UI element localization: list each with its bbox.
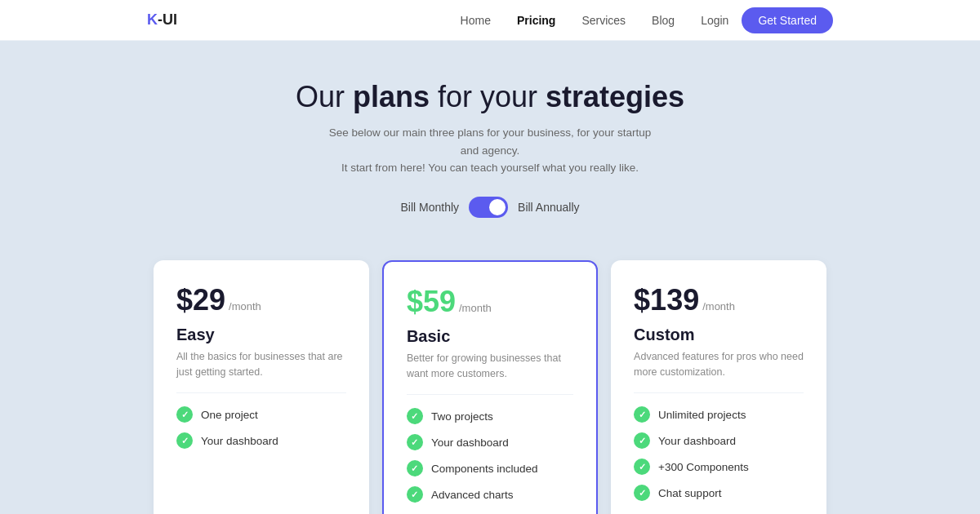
check-icon: [176, 432, 193, 449]
list-item: Unlimited projects: [634, 406, 804, 423]
basic-price-row: $59 /month: [407, 285, 573, 319]
billing-toggle-switch[interactable]: [469, 197, 508, 218]
get-started-button[interactable]: Get Started: [742, 7, 833, 33]
basic-plan-desc: Better for growing businesses that want …: [407, 351, 573, 396]
feature-label: Two projects: [431, 410, 493, 423]
nav-home[interactable]: Home: [461, 14, 491, 27]
headline-pre: Our: [296, 80, 353, 113]
feature-label: Your dashboard: [658, 435, 736, 447]
navbar: K-UI Home Pricing Services Blog Login Ge…: [0, 0, 980, 41]
check-icon: [176, 406, 193, 423]
custom-plan-name: Custom: [634, 326, 804, 344]
billing-toggle: Bill Monthly Bill Annually: [16, 197, 964, 218]
easy-plan-desc: All the basics for businesses that are j…: [176, 349, 346, 394]
feature-label: Your dashboard: [201, 435, 278, 447]
check-icon: [407, 460, 423, 476]
easy-price-row: $29 /month: [176, 283, 346, 317]
basic-plan-name: Basic: [407, 327, 573, 346]
easy-price: $29: [176, 283, 225, 317]
check-icon: [634, 406, 650, 423]
bill-annually-label: Bill Annually: [518, 201, 580, 214]
login-button[interactable]: Login: [701, 14, 728, 27]
hero-section: Our plans for your strategies See below …: [0, 41, 980, 260]
logo-k: K: [147, 11, 158, 28]
list-item: +300 Components: [634, 459, 804, 475]
feature-label: Chat support: [658, 487, 721, 499]
headline-mid: for your: [430, 80, 546, 113]
easy-period: /month: [229, 300, 261, 312]
check-icon: [634, 485, 650, 501]
hero-subtitle: See below our main three plans for your …: [318, 124, 662, 177]
custom-plan-desc: Advanced features for pros who need more…: [634, 349, 804, 394]
list-item: Your dashboard: [634, 432, 804, 449]
list-item: One project: [176, 406, 346, 423]
plan-custom-card: $139 /month Custom Advanced features for…: [611, 260, 826, 514]
list-item: Two projects: [407, 408, 573, 424]
list-item: Components included: [407, 460, 573, 476]
feature-label: Unlimited projects: [658, 409, 746, 421]
headline-strategies: strategies: [546, 80, 684, 113]
custom-price-row: $139 /month: [634, 283, 804, 317]
easy-features: One project Your dashboard: [176, 406, 346, 503]
feature-label: +300 Components: [658, 461, 749, 473]
pricing-cards: $29 /month Easy All the basics for busin…: [0, 260, 980, 514]
custom-features: Unlimited projects Your dashboard +300 C…: [634, 406, 804, 503]
list-item: Advanced charts: [407, 486, 573, 503]
plan-basic-card: $59 /month Basic Better for growing busi…: [382, 260, 598, 514]
list-item: Chat support: [634, 485, 804, 501]
logo[interactable]: K-UI: [147, 11, 177, 29]
nav-pricing[interactable]: Pricing: [517, 14, 555, 27]
bill-monthly-label: Bill Monthly: [400, 201, 459, 214]
basic-price: $59: [407, 285, 456, 319]
nav-actions: Login Get Started: [701, 7, 833, 33]
nav-links: Home Pricing Services Blog: [461, 14, 675, 27]
check-icon: [407, 434, 423, 450]
nav-services[interactable]: Services: [581, 14, 626, 27]
check-icon: [407, 486, 423, 503]
check-icon: [634, 432, 650, 449]
logo-ui: UI: [163, 11, 177, 28]
list-item: Your dashboard: [176, 432, 346, 449]
basic-features: Two projects Your dashboard Components i…: [407, 408, 573, 503]
check-icon: [407, 408, 423, 424]
basic-period: /month: [459, 302, 492, 314]
nav-blog[interactable]: Blog: [652, 14, 675, 27]
plan-easy-card: $29 /month Easy All the basics for busin…: [154, 260, 369, 514]
check-icon: [634, 459, 650, 475]
custom-period: /month: [702, 300, 735, 312]
feature-label: One project: [201, 409, 258, 421]
easy-plan-name: Easy: [176, 326, 346, 344]
feature-label: Your dashboard: [431, 436, 509, 449]
custom-price: $139: [634, 283, 699, 317]
feature-label: Components included: [431, 463, 538, 475]
hero-headline: Our plans for your strategies: [16, 80, 964, 114]
toggle-thumb: [489, 199, 506, 215]
headline-plans: plans: [353, 80, 430, 113]
feature-label: Advanced charts: [431, 489, 514, 501]
list-item: Your dashboard: [407, 434, 573, 450]
